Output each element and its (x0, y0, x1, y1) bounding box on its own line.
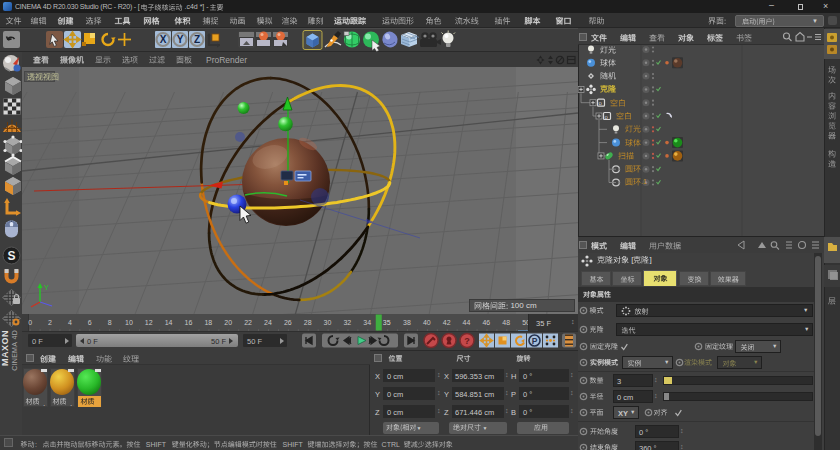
svg-text:35: 35 (383, 319, 391, 326)
svg-text:X: X (160, 34, 167, 45)
svg-text:Y: Y (177, 34, 184, 45)
svg-text:?: ? (464, 336, 470, 346)
svg-text:Z: Z (194, 34, 200, 45)
svg-text:o: o (605, 114, 609, 120)
svg-text:Y: Y (44, 284, 49, 291)
svg-text:S: S (7, 249, 15, 263)
svg-text:o: o (599, 100, 603, 106)
svg-text:P: P (532, 336, 538, 346)
svg-text:024681012141618202224262830323: 0246810121416182022242628303234384042444… (28, 319, 530, 326)
